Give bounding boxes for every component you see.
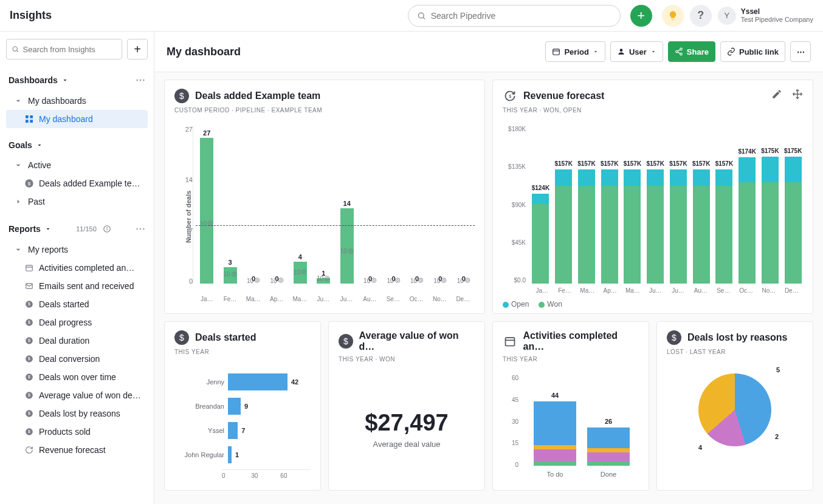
report-icon: $	[24, 409, 34, 418]
sidebar-item-report[interactable]: $Deal progress	[6, 313, 148, 332]
card-subtitle: THIS YEAR	[165, 349, 320, 361]
svg-text:$: $	[28, 356, 30, 361]
edit-icon[interactable]	[771, 89, 782, 100]
svg-point-36	[676, 50, 678, 53]
svg-point-43	[233, 273, 235, 274]
sidebar-item-my-reports[interactable]: My reports	[6, 240, 148, 259]
svg-point-42	[232, 271, 236, 276]
sidebar-item-label: Deal progress	[39, 318, 92, 327]
sidebar-item-report[interactable]: $Deal duration	[6, 332, 148, 350]
svg-point-61	[443, 279, 445, 281]
card-subtitle: LOST · LAST YEAR	[657, 349, 813, 361]
topbar: Insights + ? Y Yssel Test Pipedrive Comp…	[0, 0, 823, 32]
scorecard-label: Average deal value	[373, 440, 440, 449]
chevron-down-icon	[13, 160, 23, 170]
move-icon[interactable]	[792, 89, 803, 100]
card-subtitle: THIS YEAR · WON	[329, 356, 484, 369]
more-button[interactable]: ⋯	[790, 41, 811, 62]
svg-point-60	[442, 278, 447, 283]
add-button[interactable]: +	[630, 5, 652, 27]
svg-line-38	[678, 50, 680, 51]
sidebar-item-active[interactable]: Active	[6, 156, 148, 174]
sidebar-item-report[interactable]: Emails sent and received	[6, 277, 148, 295]
svg-text:$: $	[28, 411, 30, 415]
sidebar-item-report[interactable]: $Deals lost by reasons	[6, 404, 148, 423]
report-icon: $	[24, 336, 34, 346]
card-deals-lost: $ Deals lost by reasons LOST · LAST YEAR…	[656, 321, 813, 491]
user-dropdown[interactable]: User	[610, 41, 663, 62]
user-icon	[617, 47, 625, 56]
search-icon	[12, 45, 19, 53]
sidebar-item-goal-deals-added[interactable]: $ Deals added Example te…	[6, 174, 148, 192]
sidebar-search-input[interactable]	[23, 45, 117, 54]
sidebar-item-report[interactable]: $Deals won over time	[6, 368, 148, 386]
global-search[interactable]	[408, 5, 621, 27]
sidebar-item-report[interactable]: Activities completed an…	[6, 259, 148, 277]
sidebar-item-report[interactable]: $Deals started	[6, 295, 148, 313]
sidebar-item-label: Deals started	[39, 299, 89, 309]
info-icon[interactable]	[103, 225, 111, 233]
sidebar-item-my-dashboards[interactable]: My dashboards	[6, 92, 148, 110]
report-icon: $	[24, 299, 34, 309]
chart-revenue: $180K$135K$90K$45K$0.0 $124K$157K$157K$1…	[503, 126, 803, 284]
sidebar-item-past[interactable]: Past	[6, 192, 148, 211]
main-header: My dashboard Period User Share Public li…	[154, 32, 823, 72]
user-name: Yssel	[741, 7, 813, 16]
link-icon	[727, 47, 735, 56]
sidebar-item-my-dashboard[interactable]: My dashboard	[6, 110, 148, 128]
svg-text:$: $	[28, 302, 30, 306]
sidebar-add-button[interactable]: +	[127, 39, 148, 60]
sidebar-item-label: Deal conversion	[39, 354, 100, 364]
sidebar-item-report[interactable]: $Average value of won de…	[6, 386, 148, 404]
svg-rect-32	[553, 49, 560, 55]
chevron-down-icon	[13, 96, 23, 106]
svg-line-3	[17, 50, 18, 52]
sidebar-item-label: Products sold	[39, 427, 91, 437]
section-dashboards[interactable]: Dashboards ⋯	[6, 68, 148, 92]
svg-point-45	[256, 279, 258, 281]
chevron-down-icon	[61, 77, 69, 84]
svg-point-52	[348, 248, 353, 253]
svg-line-1	[423, 17, 425, 19]
bulb-icon[interactable]	[662, 5, 684, 27]
svg-text:$: $	[509, 94, 512, 99]
more-icon[interactable]: ⋯	[136, 223, 145, 234]
svg-point-12	[106, 227, 107, 228]
card-subtitle: THIS YEAR · WON, OPEN	[493, 107, 813, 120]
svg-text:$: $	[28, 429, 30, 434]
sidebar-search[interactable]	[6, 39, 122, 60]
chevron-down-icon	[13, 245, 23, 254]
section-reports[interactable]: Reports 11/150 ⋯	[6, 217, 148, 240]
currency-icon: $	[339, 334, 353, 349]
card-deals-started: $ Deals started THIS YEAR Jenny42Breanda…	[164, 321, 321, 491]
app-title: Insights	[10, 9, 52, 22]
svg-point-40	[208, 221, 213, 226]
user-company: Test Pipedrive Company	[741, 16, 813, 24]
share-button[interactable]: Share	[668, 41, 715, 62]
sidebar-item-report[interactable]: Revenue forecast	[6, 441, 148, 459]
card-title: Deals lost by reasons	[687, 332, 788, 343]
more-icon[interactable]: ⋯	[136, 74, 145, 86]
section-goals[interactable]: Goals	[6, 134, 148, 156]
card-title: Average value of won d…	[359, 330, 475, 352]
chevron-down-icon	[36, 141, 43, 149]
public-link-button[interactable]: Public link	[720, 41, 785, 62]
svg-line-39	[678, 52, 680, 53]
period-dropdown[interactable]: Period	[545, 41, 605, 62]
svg-point-57	[396, 279, 398, 281]
sidebar-item-report[interactable]: $Products sold	[6, 423, 148, 441]
chevron-down-icon	[593, 49, 599, 55]
global-search-input[interactable]	[431, 11, 611, 21]
card-avg-value: $ Average value of won d… THIS YEAR · WO…	[328, 321, 485, 491]
main: My dashboard Period User Share Public li…	[154, 32, 823, 504]
user-menu[interactable]: Y Yssel Test Pipedrive Company	[718, 7, 813, 25]
card-revenue-forecast: $ Revenue forecast THIS YEAR · WON, OPEN…	[492, 80, 813, 314]
svg-point-37	[680, 53, 683, 55]
svg-point-50	[325, 276, 330, 281]
svg-text:$: $	[28, 181, 31, 186]
svg-point-44	[255, 278, 260, 283]
svg-point-41	[210, 222, 212, 224]
svg-rect-65	[505, 338, 514, 346]
sidebar-item-report[interactable]: $Deal conversion	[6, 350, 148, 368]
help-icon[interactable]: ?	[690, 5, 712, 27]
